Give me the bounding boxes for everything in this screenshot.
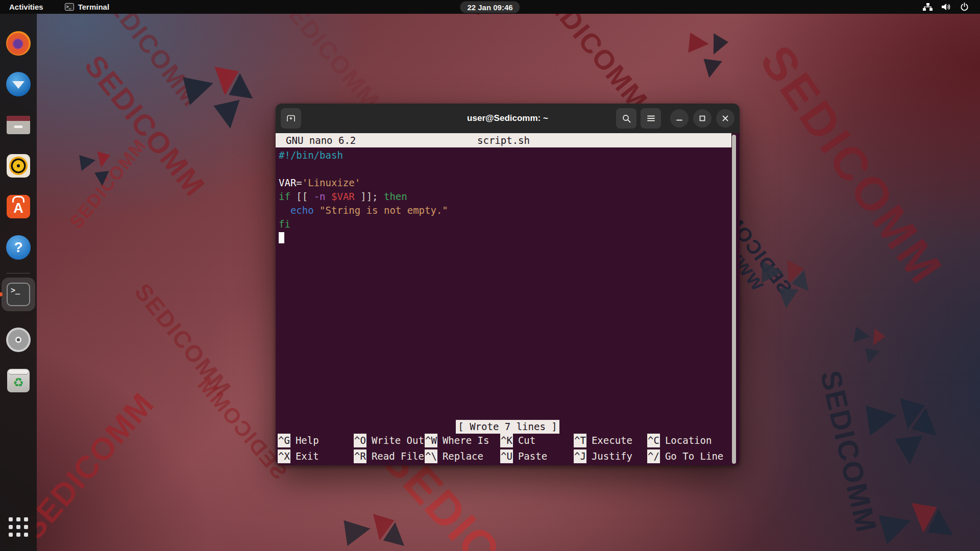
top-bar: Activities >_ Terminal 22 Jan 09:46 [0,0,980,14]
menu-button[interactable] [641,108,661,129]
triangle-logo-cluster [341,510,405,551]
dock-item-rhythmbox[interactable] [6,154,31,178]
nano-shortcut-label: Write Out [372,434,424,447]
maximize-button[interactable] [693,109,712,128]
nano-shortcut-key: ^T [574,434,586,447]
terminal-icon: >_ [7,283,30,306]
power-icon [960,3,969,11]
nano-version: GNU nano 6.2 [276,134,356,147]
files-icon [7,116,30,134]
terminal-scrollbar[interactable] [732,135,736,464]
code-line: if [[ -n $VAR ]]; then [279,190,737,204]
nano-shortcut-key: ^X [278,449,290,463]
minimize-button[interactable] [670,109,689,128]
network-icon [923,3,933,11]
triangle-logo-cluster [678,24,739,85]
nano-shortcut-key: ^R [354,449,366,463]
code-line [279,162,737,176]
nano-shortcut-key: ^W [425,434,437,447]
close-button[interactable] [716,109,734,128]
nano-shortcut-key: ^U [500,449,513,463]
dock-item-trash[interactable]: ♻ [6,368,31,393]
window-titlebar[interactable]: user@Sedicomm: ~ [276,104,740,133]
code-token: echo [290,205,314,216]
nano-shortcut: ^UPaste [500,449,574,463]
dock-item-files[interactable] [6,113,31,137]
dock-item-terminal-active[interactable]: >_ [2,278,35,311]
system-status-area[interactable] [923,3,980,11]
code-token: ]]; [355,191,384,202]
code-line: fi [279,217,737,231]
code-token: [[ [290,191,314,202]
wallpaper-watermark: SEDICOMM [78,48,212,203]
nano-shortcut: ^WWhere Is [425,434,500,447]
nano-shortcut-key: ^O [354,434,366,447]
terminal-icon: >_ [65,3,74,11]
wallpaper-watermark: SEDICOMM [129,278,237,402]
help-icon: ? [6,235,31,260]
hamburger-menu-icon [647,115,655,121]
new-tab-icon [286,114,296,122]
dock-item-ubuntu-software[interactable]: A [6,194,31,219]
nano-shortcut-key: ^C [647,434,660,447]
nano-shortcut-label: Justify [592,449,632,463]
nano-shortcut-key: ^\ [425,449,437,463]
nano-shortcut-label: Cut [518,434,535,447]
nano-shortcuts-row1: ^GHelp^OWrite Out^WWhere Is^KCut^TExecut… [276,434,740,449]
volume-icon [942,3,951,11]
search-icon [622,114,631,123]
code-token: -n [314,191,326,202]
window-title: user@Sedicomm: ~ [467,113,548,123]
code-line: #!/bin/bash [279,148,737,162]
nano-title-bar: GNU nano 6.2 script.sh [276,133,731,147]
nano-shortcut: ^JJustify [574,449,647,463]
nano-shortcut-key: ^/ [647,449,660,463]
code-token: "String is not empty." [320,205,448,216]
wallpaper-watermark: SEDICOMM [91,0,206,112]
code-line [279,231,737,245]
nano-shortcut-label: Help [296,434,319,447]
dock-item-help[interactable]: ? [6,235,31,260]
terminal-screen[interactable]: GNU nano 6.2 script.sh #!/bin/bash VAR='… [276,133,740,465]
nano-shortcut: ^CLocation [647,434,740,447]
dock-item-firefox[interactable] [6,31,31,56]
search-button[interactable] [616,108,636,129]
code-token: VAR [279,177,296,188]
dock-item-thunderbird[interactable] [6,72,31,96]
wallpaper-watermark: SEDICOMM [529,0,654,116]
dock-item-disc[interactable] [6,328,31,352]
nano-edit-area[interactable]: #!/bin/bash VAR='Linuxize'if [[ -n $VAR … [276,147,740,420]
code-token [279,205,290,216]
close-icon [722,115,728,121]
ubuntu-software-icon: A [7,195,30,218]
dock-divider [7,273,30,273]
code-line: echo "String is not empty." [279,204,737,217]
nano-shortcut-key: ^K [500,434,513,447]
trash-icon: ♻ [7,369,30,392]
nano-shortcut-label: Location [665,434,712,447]
rhythmbox-icon [7,154,30,178]
nano-filename: script.sh [477,134,530,147]
wallpaper-watermark: SEDICOMM [65,135,151,233]
code-token: $VAR [331,191,355,202]
new-tab-button[interactable] [281,108,301,129]
nano-shortcut: ^OWrite Out [354,434,425,447]
triangle-logo-cluster [752,253,815,315]
nano-shortcuts-row2: ^XExit^RRead File^\Replace^UPaste^JJusti… [276,449,740,465]
code-token: #!/bin/bash [279,149,343,161]
firefox-icon [6,31,31,56]
nano-shortcut-key: ^G [278,434,290,447]
show-applications-button[interactable] [9,517,28,537]
clock-button[interactable]: 22 Jan 09:46 [460,1,520,13]
focused-app-menu[interactable]: >_ Terminal [65,3,109,11]
code-token: fi [279,218,290,230]
nano-shortcut: ^GHelp [278,434,354,447]
code-token: then [384,191,407,202]
wallpaper-watermark: SEDICOMM [814,367,884,536]
nano-status-message: [ Wrote 7 lines ] [456,420,559,434]
nano-shortcut: ^/Go To Line [647,449,740,463]
wallpaper-watermark: SEDICOMM [272,0,385,115]
activities-button[interactable]: Activities [0,0,53,14]
running-indicator-dot [0,292,3,296]
nano-shortcut-label: Read File [372,449,424,463]
